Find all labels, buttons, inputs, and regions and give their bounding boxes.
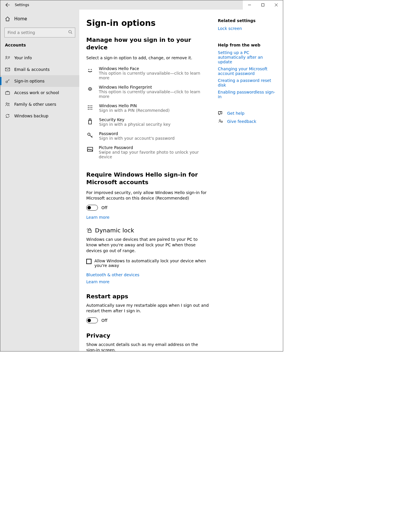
sidebar-category: Accounts	[0, 41, 79, 52]
sidebar-home[interactable]: Home	[0, 12, 79, 25]
svg-rect-37	[221, 121, 222, 122]
picture-icon	[86, 145, 94, 153]
close-button[interactable]	[270, 0, 283, 10]
help-icon: ?	[218, 111, 223, 116]
sidebar-item-label: Your info	[14, 55, 32, 60]
help-heading: Help from the web	[218, 43, 276, 47]
option-pin[interactable]: Windows Hello PIN Sign in with a PIN (Re…	[86, 102, 209, 116]
sidebar-item-label: Access work or school	[14, 90, 59, 95]
option-title: Windows Hello PIN	[99, 103, 170, 108]
privacy-heading: Privacy	[86, 332, 209, 339]
sidebar-item-work[interactable]: Access work or school	[0, 87, 79, 98]
svg-rect-29	[89, 119, 91, 120]
dynamic-lock-learn-more[interactable]: Learn more	[86, 279, 209, 284]
require-hello-learn-more[interactable]: Learn more	[86, 215, 110, 220]
search-icon	[68, 30, 72, 34]
toggle-label: Off	[101, 318, 107, 323]
maximize-button[interactable]	[256, 0, 270, 10]
svg-point-4	[69, 31, 71, 33]
svg-rect-28	[89, 120, 91, 124]
svg-rect-34	[88, 230, 91, 232]
svg-point-25	[88, 109, 89, 110]
require-hello-heading: Require Windows Hello sign-in for Micros…	[86, 171, 209, 186]
sidebar-item-family[interactable]: Family & other users	[0, 98, 79, 110]
home-icon	[5, 16, 10, 21]
svg-point-16	[8, 103, 9, 104]
svg-rect-33	[87, 147, 93, 151]
dynamic-lock-body: Windows can use devices that are paired …	[86, 237, 209, 254]
svg-rect-1	[262, 4, 264, 6]
dynamic-lock-checkbox-row[interactable]: Allow Windows to automatically lock your…	[86, 259, 209, 268]
bluetooth-link[interactable]: Bluetooth & other devices	[86, 272, 209, 277]
search-input[interactable]	[4, 28, 75, 37]
restart-apps-body: Automatically save my restartable apps w…	[86, 303, 209, 314]
svg-text:?: ?	[220, 112, 221, 114]
feedback-icon	[218, 119, 223, 124]
sidebar-item-signin[interactable]: Sign-in options	[0, 75, 79, 87]
option-title: Picture Password	[99, 145, 209, 150]
titlebar: Settings	[0, 0, 283, 10]
option-sub: Sign in with a physical security key	[99, 122, 170, 127]
svg-line-32	[91, 136, 92, 137]
get-help-link[interactable]: Get help	[227, 111, 245, 116]
manage-subtitle: Select a sign-in option to add, change, …	[86, 55, 209, 61]
svg-point-6	[6, 56, 7, 58]
close-icon	[275, 3, 278, 6]
option-title: Windows Hello Fingerprint	[99, 85, 209, 89]
option-picture-password[interactable]: Picture Password Swipe and tap your favo…	[86, 143, 209, 162]
minimize-icon	[248, 3, 251, 6]
dynamic-lock-title: Dynamic lock	[95, 227, 134, 234]
sidebar-item-email[interactable]: Email & accounts	[0, 64, 79, 75]
briefcase-icon	[5, 90, 10, 95]
option-title: Windows Hello Face	[99, 66, 209, 71]
minimize-button[interactable]	[243, 0, 256, 10]
arrow-left-icon	[5, 3, 10, 7]
option-face[interactable]: Windows Hello Face This option is curren…	[86, 64, 209, 83]
related-settings-heading: Related settings	[218, 18, 276, 23]
option-password[interactable]: Password Sign in with your account's pas…	[86, 130, 209, 143]
option-fingerprint[interactable]: Windows Hello Fingerprint This option is…	[86, 83, 209, 102]
maximize-icon	[261, 3, 264, 6]
option-sub: Sign in with a PIN (Recommended)	[99, 108, 170, 113]
option-sub: Swipe and tap your favorite photo to unl…	[99, 150, 209, 159]
help-link[interactable]: Changing your Microsoft account password	[218, 67, 276, 76]
sidebar-item-backup[interactable]: Windows backup	[0, 110, 79, 122]
content: Sign-in options Manage how you sign in t…	[79, 10, 283, 351]
sidebar-item-label: Sign-in options	[14, 79, 44, 83]
sidebar-item-your-info[interactable]: Your info	[0, 52, 79, 64]
help-link[interactable]: Setting up a PC automatically after an u…	[218, 50, 276, 64]
svg-point-23	[90, 107, 91, 108]
svg-point-27	[91, 109, 92, 110]
restart-apps-toggle[interactable]	[86, 317, 98, 323]
svg-point-18	[91, 69, 91, 70]
svg-line-13	[9, 80, 9, 80]
pin-keypad-icon	[86, 103, 94, 111]
sidebar: Home Accounts Your info Email & accounts	[0, 10, 79, 351]
give-feedback-row[interactable]: Give feedback	[218, 119, 276, 124]
mail-icon	[5, 67, 10, 72]
svg-point-30	[88, 133, 90, 135]
option-title: Password	[99, 131, 175, 136]
fingerprint-icon	[86, 85, 94, 92]
get-help-row[interactable]: ? Get help	[218, 111, 276, 116]
people-icon	[5, 102, 10, 107]
back-button[interactable]	[0, 0, 15, 10]
option-security-key[interactable]: Security Key Sign in with a physical sec…	[86, 116, 209, 130]
window-controls	[243, 0, 283, 10]
dynamic-lock-icon	[86, 227, 92, 233]
lock-screen-link[interactable]: Lock screen	[218, 26, 242, 31]
sidebar-item-label: Family & other users	[14, 102, 56, 107]
svg-line-5	[71, 33, 72, 34]
privacy-body-1: Show account details such as my email ad…	[86, 342, 209, 351]
help-link[interactable]: Creating a password reset disk	[218, 78, 276, 87]
give-feedback-link[interactable]: Give feedback	[227, 119, 256, 124]
usb-key-icon	[86, 117, 94, 125]
option-title: Security Key	[99, 117, 170, 122]
help-link[interactable]: Enabling passwordless sign-in	[218, 90, 276, 99]
page-title: Sign-in options	[86, 18, 209, 28]
face-icon	[86, 66, 94, 74]
svg-point-19	[88, 105, 89, 106]
svg-point-26	[90, 109, 91, 110]
svg-point-22	[88, 107, 89, 108]
require-hello-toggle[interactable]	[86, 205, 98, 211]
